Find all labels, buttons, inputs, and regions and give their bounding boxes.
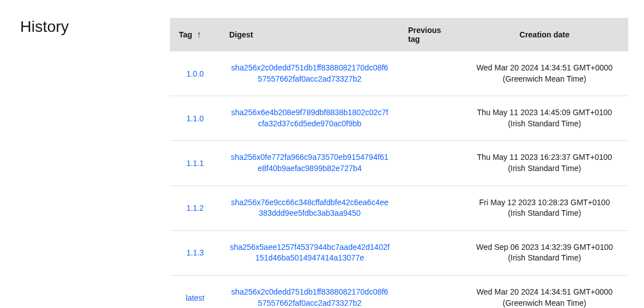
tag-cell: 1.1.1: [170, 141, 220, 186]
digest-link[interactable]: sha256x76e9cc66c348cffafdbfe42c6ea6c4ee3…: [229, 197, 390, 219]
digest-cell: sha256x76e9cc66c348cffafdbfe42c6ea6c4ee3…: [220, 186, 399, 230]
tag-cell: latest: [170, 275, 220, 308]
column-header-creation-date-label: Creation date: [519, 30, 569, 39]
tag-link[interactable]: latest: [186, 293, 204, 302]
tag-cell: 1.1.2: [170, 186, 220, 230]
previous-tag-cell: [399, 275, 461, 308]
previous-tag-cell: [399, 141, 461, 186]
column-header-previous-tag[interactable]: Previous tag: [399, 18, 461, 51]
column-header-tag[interactable]: Tag ↑: [170, 18, 220, 51]
previous-tag-cell: [399, 51, 461, 96]
creation-date-cell: Thu May 11 2023 16:23:37 GMT+0100 (Irish…: [461, 141, 628, 186]
previous-tag-cell: [399, 186, 461, 230]
history-table-wrapper: Tag ↑ Digest Previous tag Creation date: [170, 18, 628, 308]
digest-link[interactable]: sha256x5aee1257f4537944bc7aade42d1402f15…: [229, 242, 390, 264]
table-row: 1.0.0sha256x2c0dedd751db1ff8388082170dc0…: [170, 51, 628, 96]
column-header-previous-tag-label: Previous tag: [408, 26, 441, 44]
column-header-digest-label: Digest: [229, 30, 253, 39]
table-row: 1.1.2sha256x76e9cc66c348cffafdbfe42c6ea6…: [170, 186, 628, 230]
digest-cell: sha256x6e4b208e9f789dbf8838b1802c02c7fcf…: [220, 96, 399, 141]
creation-date-cell: Fri May 12 2023 10:28:23 GMT+0100 (Irish…: [461, 186, 628, 230]
column-header-creation-date[interactable]: Creation date: [461, 18, 628, 51]
tag-cell: 1.1.0: [170, 96, 220, 141]
table-row: 1.1.3sha256x5aee1257f4537944bc7aade42d14…: [170, 230, 628, 275]
table-row: 1.1.0sha256x6e4b208e9f789dbf8838b1802c02…: [170, 96, 628, 141]
tag-link[interactable]: 1.0.0: [186, 69, 203, 78]
table-row: 1.1.1sha256x0fe772fa966c9a73570eb9154794…: [170, 141, 628, 186]
digest-link[interactable]: sha256x2c0dedd751db1ff8388082170dc08f657…: [229, 287, 390, 308]
creation-date-cell: Wed Sep 06 2023 14:32:39 GMT+0100 (Irish…: [461, 230, 628, 275]
digest-cell: sha256x2c0dedd751db1ff8388082170dc08f657…: [220, 275, 399, 308]
digest-cell: sha256x2c0dedd751db1ff8388082170dc08f657…: [220, 51, 399, 96]
tag-link[interactable]: 1.1.3: [186, 248, 203, 257]
digest-link[interactable]: sha256x6e4b208e9f789dbf8838b1802c02c7fcf…: [229, 107, 390, 129]
digest-cell: sha256x5aee1257f4537944bc7aade42d1402f15…: [220, 230, 399, 275]
creation-date-cell: Thu May 11 2023 14:45:09 GMT+0100 (Irish…: [461, 96, 628, 141]
tag-link[interactable]: 1.1.1: [186, 159, 203, 168]
section-title: History: [13, 18, 170, 308]
tag-cell: 1.0.0: [170, 51, 220, 96]
sort-ascending-icon: ↑: [197, 30, 201, 39]
creation-date-cell: Wed Mar 20 2024 14:34:51 GMT+0000 (Green…: [461, 51, 628, 96]
digest-link[interactable]: sha256x0fe772fa966c9a73570eb9154794f61e8…: [229, 152, 390, 174]
creation-date-cell: Wed Mar 20 2024 14:34:51 GMT+0000 (Green…: [461, 275, 628, 308]
column-header-digest[interactable]: Digest: [220, 18, 399, 51]
digest-cell: sha256x0fe772fa966c9a73570eb9154794f61e8…: [220, 141, 399, 186]
tag-link[interactable]: 1.1.0: [186, 114, 203, 123]
tag-link[interactable]: 1.1.2: [186, 203, 203, 212]
previous-tag-cell: [399, 230, 461, 275]
history-table: Tag ↑ Digest Previous tag Creation date: [170, 18, 628, 308]
table-row: latestsha256x2c0dedd751db1ff8388082170dc…: [170, 275, 628, 308]
tag-cell: 1.1.3: [170, 230, 220, 275]
digest-link[interactable]: sha256x2c0dedd751db1ff8388082170dc08f657…: [229, 63, 390, 84]
previous-tag-cell: [399, 96, 461, 141]
column-header-tag-label: Tag: [179, 30, 192, 39]
